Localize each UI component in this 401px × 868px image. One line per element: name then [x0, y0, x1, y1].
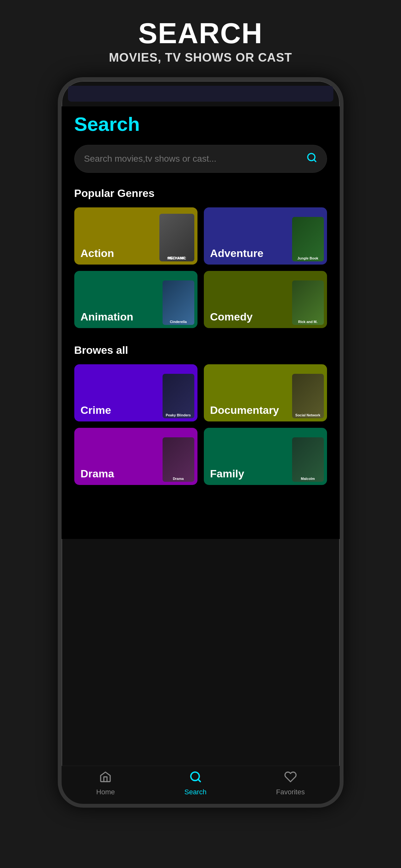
nav-home-label: Home: [96, 788, 115, 796]
nav-home[interactable]: Home: [96, 771, 115, 796]
genre-card-crime[interactable]: CrimePeaky Blinders: [74, 364, 197, 422]
svg-line-3: [198, 779, 200, 782]
search-icon[interactable]: [306, 152, 317, 165]
genre-img-drama: Drama: [129, 428, 197, 485]
search-input[interactable]: [84, 154, 282, 164]
genre-label-action: Action: [74, 242, 121, 265]
nav-favorites-label: Favorites: [276, 788, 305, 796]
poster-drama: Drama: [162, 437, 194, 482]
genre-img-crime: Peaky Blinders: [129, 364, 197, 422]
poster-documentary: Social Network: [292, 374, 324, 418]
nav-search-icon: [189, 771, 202, 786]
genre-label-documentary: Documentary: [204, 399, 285, 422]
phone-frame: Search Popular Genres ActionMECHANICAdve…: [58, 77, 343, 808]
nav-search-label: Search: [184, 788, 207, 796]
svg-line-1: [314, 160, 316, 162]
poster-adventure: Jungle Book: [292, 217, 324, 261]
heart-icon: [284, 771, 297, 786]
genre-card-documentary[interactable]: DocumentarySocial Network: [204, 364, 327, 422]
genre-label-crime: Crime: [74, 399, 118, 422]
main-title: SEARCH: [109, 19, 292, 48]
status-bar: [68, 86, 333, 102]
bottom-nav: Home Search Favorites: [62, 766, 340, 804]
poster-action: MECHANIC: [159, 214, 194, 261]
genre-label-comedy: Comedy: [204, 306, 259, 328]
search-page-title: Search: [74, 113, 327, 135]
top-header: SEARCH MOVIES, TV SHOWS OR CAST: [96, 0, 305, 77]
genre-label-drama: Drama: [74, 462, 121, 485]
home-icon: [99, 771, 112, 786]
popular-genres-title: Popular Genres: [74, 187, 327, 199]
poster-animation: Cinderella: [162, 280, 194, 325]
genre-card-family[interactable]: FamilyMalcolm: [204, 428, 327, 485]
genre-card-animation[interactable]: AnimationCinderella: [74, 271, 197, 328]
poster-crime: Peaky Blinders: [162, 374, 194, 418]
genre-img-animation: Cinderella: [129, 271, 197, 328]
nav-favorites[interactable]: Favorites: [276, 771, 305, 796]
phone-content: Search Popular Genres ActionMECHANICAdve…: [62, 106, 340, 539]
genre-img-comedy: Rick and M.: [259, 271, 327, 328]
genre-card-comedy[interactable]: ComedyRick and M.: [204, 271, 327, 328]
poster-family: Malcolm: [292, 437, 324, 482]
popular-genres-grid: ActionMECHANICAdventureJungle BookAnimat…: [74, 207, 327, 328]
browse-all-grid: CrimePeaky BlindersDocumentarySocial Net…: [74, 364, 327, 485]
main-subtitle: MOVIES, TV SHOWS OR CAST: [109, 51, 292, 64]
genre-img-action: MECHANIC: [129, 207, 197, 265]
genre-img-family: Malcolm: [259, 428, 327, 485]
browse-all-title: Browes all: [74, 344, 327, 356]
genre-card-adventure[interactable]: AdventureJungle Book: [204, 207, 327, 265]
nav-search[interactable]: Search: [184, 771, 207, 796]
genre-label-adventure: Adventure: [204, 242, 270, 265]
search-bar-container[interactable]: [74, 145, 327, 173]
genre-card-action[interactable]: ActionMECHANIC: [74, 207, 197, 265]
poster-comedy: Rick and M.: [292, 280, 324, 325]
genre-label-animation: Animation: [74, 306, 140, 328]
genre-card-drama[interactable]: DramaDrama: [74, 428, 197, 485]
genre-label-family: Family: [204, 462, 251, 485]
